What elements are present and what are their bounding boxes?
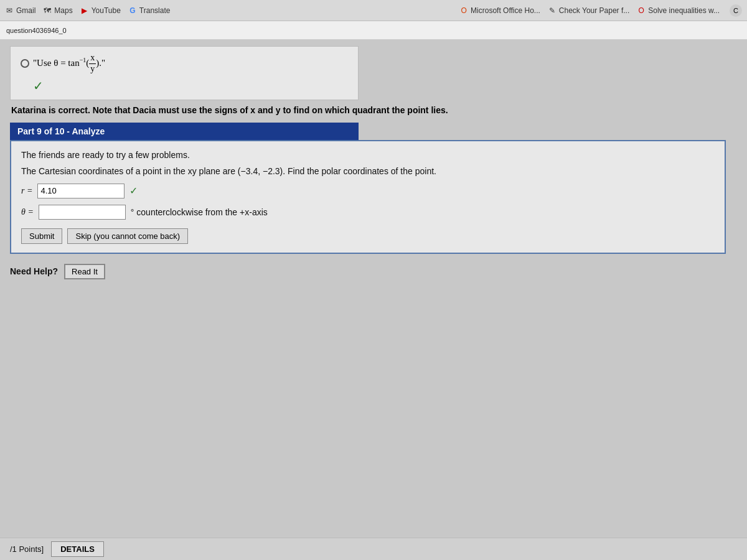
submit-button[interactable]: Submit <box>21 228 62 244</box>
browser-tab-bar: ✉ Gmail 🗺 Maps ▶ YouTube G Translate O M… <box>0 0 747 21</box>
correct-note: Katarina is correct. Note that Dacia mus… <box>10 105 737 115</box>
tab-solve-inequalities[interactable]: O Solve inequalities w... <box>637 6 720 15</box>
r-input[interactable] <box>37 184 125 198</box>
radio-circle <box>21 59 29 68</box>
action-buttons: Submit Skip (you cannot come back) <box>21 228 715 244</box>
translate-icon: G <box>128 6 137 15</box>
prev-checkmark: ✓ <box>33 79 44 93</box>
r-input-row: r = ✓ <box>21 184 715 198</box>
degree-label: ° counterclockwise from the +x-axis <box>131 207 268 217</box>
tab-maps[interactable]: 🗺 Maps <box>43 6 72 15</box>
tab-office[interactable]: O Microsoft Office Ho... <box>459 6 540 15</box>
r-checkmark: ✓ <box>129 185 138 197</box>
math-formula: "Use θ = tan−1(xy)." <box>33 53 105 75</box>
read-it-button[interactable]: Read It <box>64 264 105 279</box>
tab-check-paper[interactable]: ✎ Check Your Paper f... <box>548 6 629 15</box>
question-problem: The Cartesian coordinates of a point in … <box>21 166 715 176</box>
url-text: question4036946_0 <box>6 27 67 34</box>
details-button[interactable]: DETAILS <box>51 541 104 557</box>
office-icon: O <box>459 6 468 15</box>
gmail-icon: ✉ <box>5 6 14 15</box>
r-label: r = <box>21 186 32 196</box>
checkmark-area: ✓ <box>33 78 348 93</box>
theta-label: θ = <box>21 207 34 217</box>
skip-button[interactable]: Skip (you cannot come back) <box>67 228 188 244</box>
maps-icon: 🗺 <box>43 6 52 15</box>
question-box: The friends are ready to try a few probl… <box>10 140 726 254</box>
tab-youtube[interactable]: ▶ YouTube <box>80 6 121 15</box>
radio-option: "Use θ = tan−1(xy)." <box>21 53 348 75</box>
tab-translate[interactable]: G Translate <box>128 6 171 15</box>
prev-answer-box: "Use θ = tan−1(xy)." ✓ <box>10 46 359 100</box>
solve-icon: O <box>637 6 646 15</box>
theta-input[interactable] <box>39 205 126 220</box>
need-help-row: Need Help? Read It <box>10 264 737 279</box>
question-intro: The friends are ready to try a few probl… <box>21 150 715 160</box>
url-bar: question4036946_0 <box>0 21 747 40</box>
tab-gmail[interactable]: ✉ Gmail <box>5 6 35 15</box>
youtube-icon: ▶ <box>80 6 89 15</box>
profile-icon[interactable]: C <box>730 4 742 17</box>
bottom-bar: /1 Points] DETAILS <box>0 538 747 560</box>
points-label: /1 Points] <box>10 544 44 554</box>
need-help-label: Need Help? <box>10 266 58 276</box>
main-content: "Use θ = tan−1(xy)." ✓ Katarina is corre… <box>0 40 747 286</box>
part-header: Part 9 of 10 - Analyze <box>10 123 359 140</box>
check-paper-icon: ✎ <box>548 6 557 15</box>
theta-input-row: θ = ° counterclockwise from the +x-axis <box>21 205 715 220</box>
